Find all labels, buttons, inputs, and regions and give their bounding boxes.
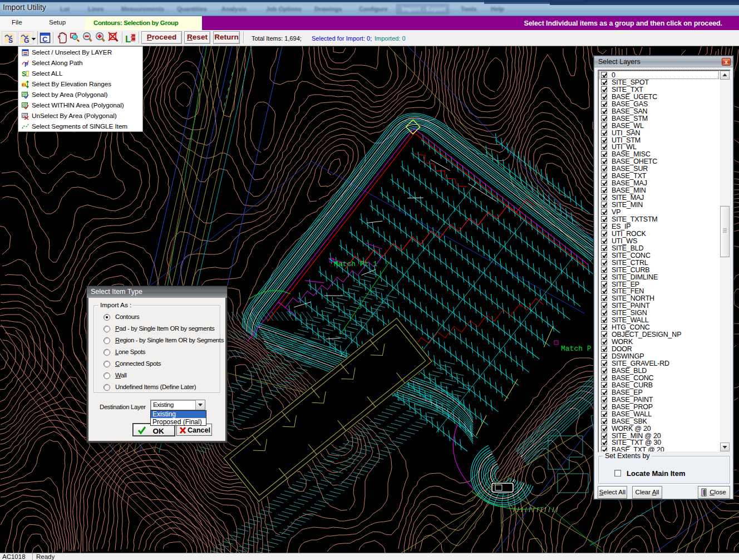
svg-text:C: C [42,35,48,43]
svg-text:S: S [22,70,26,77]
svg-text:P: P [24,62,28,67]
svg-text:Match Pt 1: Match Pt 1 [334,260,377,268]
svg-text:L: L [125,34,131,45]
svg-text:S: S [8,37,13,45]
svg-text:G: G [24,37,29,45]
svg-text:Match P: Match P [561,345,592,353]
